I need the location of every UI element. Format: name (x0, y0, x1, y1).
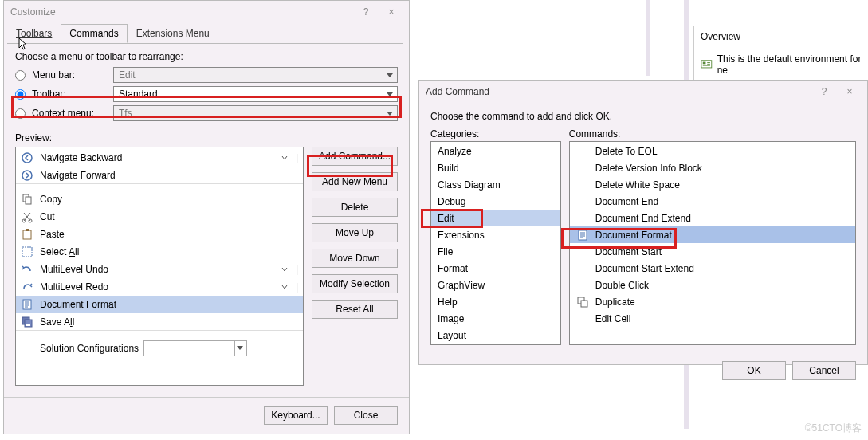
command-label: Delete White Space (595, 179, 680, 191)
category-item[interactable]: Help (431, 293, 560, 310)
preview-list[interactable]: Navigate Backward|Navigate ForwardCopyCu… (15, 147, 304, 386)
command-item[interactable]: Edit Cell (570, 310, 855, 327)
category-item[interactable]: Analyze (431, 143, 560, 159)
category-item[interactable]: Format (431, 260, 560, 277)
category-item[interactable]: Build (431, 159, 560, 176)
toolbar-radio[interactable] (15, 89, 26, 100)
svg-rect-8 (23, 230, 31, 239)
move-down-button[interactable]: Move Down (312, 249, 398, 268)
rearrange-instruction: Choose a menu or toolbar to rearrange: (15, 51, 398, 62)
command-item[interactable]: Duplicate (570, 293, 855, 310)
close-dialog-button[interactable]: Close (334, 406, 398, 425)
preview-item-sol-config[interactable]: Solution Configurations (16, 337, 303, 359)
command-label: Edit Cell (595, 313, 631, 324)
mouse-cursor-icon (18, 37, 29, 54)
menubar-radio[interactable] (15, 70, 26, 81)
category-item[interactable]: Layout (431, 327, 560, 344)
preview-item-select-all[interactable]: Select All (16, 243, 303, 261)
preview-item-save-all[interactable]: Save All (16, 313, 303, 331)
command-item[interactable]: Double Click (570, 277, 855, 293)
command-item[interactable]: Document End (570, 193, 855, 210)
category-item[interactable]: Class Diagram (431, 176, 560, 193)
command-label: Delete To EOL (595, 146, 658, 157)
tab-commands[interactable]: Commands (61, 24, 127, 43)
preview-item-label: MultiLevel Undo (40, 264, 273, 275)
preview-item-label: MultiLevel Redo (40, 281, 273, 293)
menubar-combo[interactable]: Edit (113, 67, 398, 83)
cancel-button[interactable]: Cancel (792, 361, 856, 380)
tab-extensions-menu[interactable]: Extensions Menu (128, 24, 218, 43)
customize-tabs: Toolbars Commands Extensions Menu (7, 24, 403, 44)
blank-icon (576, 279, 589, 292)
add-command-button[interactable]: Add Command... (312, 147, 398, 166)
preview-item-label: Save All (40, 316, 298, 328)
preview-item-nav-fwd[interactable]: Navigate Forward (16, 167, 303, 184)
contextmenu-combo[interactable]: Tfs (113, 105, 398, 121)
close-button[interactable]: × (380, 4, 403, 20)
help-button[interactable]: ? (813, 84, 835, 100)
add-new-menu-button[interactable]: Add New Menu (312, 172, 398, 191)
preview-item-copy[interactable]: Copy (16, 191, 303, 208)
delete-button[interactable]: Delete (312, 198, 398, 217)
doc-icon (21, 298, 33, 311)
svg-rect-14 (26, 324, 30, 326)
command-item[interactable]: Delete Version Info Block (570, 159, 855, 176)
reset-all-button[interactable]: Reset All (312, 300, 398, 319)
preview-item-label: Solution Configurations (40, 343, 139, 354)
command-item[interactable]: Document Start Extend (570, 260, 855, 277)
redo-icon (21, 281, 33, 293)
command-label: Delete Version Info Block (595, 163, 702, 174)
category-item[interactable]: Extensions (431, 226, 560, 243)
preview-item-label: Navigate Forward (40, 170, 298, 181)
command-item[interactable]: Delete White Space (570, 176, 855, 193)
preview-item-label: Copy (40, 194, 298, 205)
tab-toolbars[interactable]: Toolbars (7, 24, 61, 43)
commands-label: Commands: (569, 128, 856, 139)
preview-item-label: Cut (40, 211, 298, 222)
preview-item-paste[interactable]: Paste (16, 226, 303, 243)
modify-selection-button[interactable]: Modify Selection (312, 274, 398, 293)
keyboard-button[interactable]: Keyboard... (264, 406, 328, 425)
preview-item-nav-back[interactable]: Navigate Backward| (16, 149, 303, 167)
command-label: Document End Extend (595, 213, 691, 224)
preview-item-label: Select All (40, 246, 298, 257)
arrow-left-circle-icon (21, 151, 33, 164)
preview-item-doc-format[interactable]: Document Format (16, 296, 303, 313)
preview-item-redo[interactable]: MultiLevel Redo| (16, 278, 303, 296)
select-all-icon (21, 246, 33, 258)
dup-icon (576, 296, 589, 308)
doc-icon (576, 229, 589, 242)
solution-config-combo[interactable] (143, 340, 247, 356)
blank-icon (576, 145, 589, 158)
commands-listbox[interactable]: Delete To EOLDelete Version Info BlockDe… (569, 141, 856, 345)
command-label: Document End (595, 196, 658, 207)
arrow-right-circle-icon (21, 169, 33, 182)
help-button[interactable]: ? (355, 4, 377, 20)
preview-item-cut[interactable]: Cut (16, 208, 303, 226)
contextmenu-radio[interactable] (15, 108, 26, 119)
category-item[interactable]: GraphView (431, 277, 560, 293)
svg-rect-15 (579, 230, 587, 240)
category-item[interactable]: Debug (431, 193, 560, 210)
categories-listbox[interactable]: AnalyzeBuildClass DiagramDebugEditExtens… (430, 141, 561, 345)
category-item[interactable]: Edit (431, 210, 560, 226)
add-command-window: Add Command ? × Choose the command to ad… (418, 80, 868, 365)
ok-button[interactable]: OK (722, 361, 786, 380)
command-item[interactable]: Delete To EOL (570, 143, 855, 159)
overview-title: Overview (701, 31, 862, 42)
categories-label: Categories: (430, 128, 561, 139)
category-item[interactable]: Image (431, 310, 560, 327)
customize-title: Customize (10, 6, 56, 18)
category-item[interactable]: File (431, 243, 560, 260)
toolbar-combo[interactable]: Standard (113, 86, 398, 102)
command-label: Duplicate (595, 297, 635, 308)
move-up-button[interactable]: Move Up (312, 223, 398, 242)
command-item[interactable]: Document Format (570, 226, 855, 243)
environment-icon (701, 58, 713, 71)
close-button[interactable]: × (839, 84, 861, 100)
command-item[interactable]: Document Start (570, 243, 855, 260)
preview-label: Preview: (15, 132, 398, 143)
cut-icon (21, 210, 33, 223)
preview-item-undo[interactable]: MultiLevel Undo| (16, 261, 303, 278)
command-item[interactable]: Document End Extend (570, 210, 855, 226)
